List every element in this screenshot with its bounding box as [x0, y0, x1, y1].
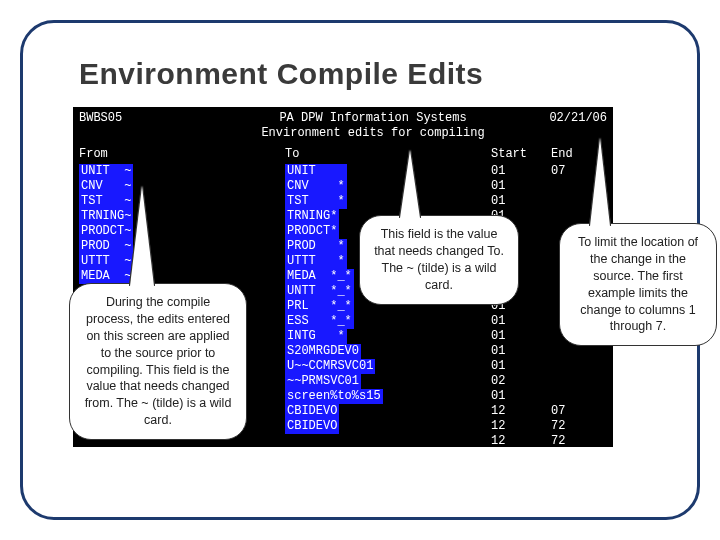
screen-subtitle: Environment edits for compiling: [229, 126, 517, 141]
callout-start-end-fields: To limit the location of the change in t…: [559, 223, 717, 346]
col-end: End: [551, 147, 595, 162]
system-title: PA DPW Information Systems: [229, 111, 517, 126]
program-id: BWBS05: [79, 111, 229, 126]
table-row: TRNING~TRNING*01: [79, 209, 607, 224]
callout-pointer: [130, 186, 154, 286]
col-start: Start: [491, 147, 551, 162]
col-from: From: [79, 147, 285, 162]
col-to: To: [285, 147, 491, 162]
callout-text: During the compile process, the edits en…: [85, 295, 232, 427]
callout-text: This field is the value that needs chang…: [374, 227, 504, 292]
column-headers: From To Start End: [79, 147, 607, 162]
table-row: UTTT ~UTTT *01: [79, 254, 607, 269]
table-row: PRODCT~PRODCT*01: [79, 224, 607, 239]
slide-frame: Environment Compile Edits BWBS05 PA DPW …: [20, 20, 700, 520]
callout-from-field: During the compile process, the edits en…: [69, 283, 247, 440]
table-row: TST ~TST *01: [79, 194, 607, 209]
callout-text: To limit the location of the change in t…: [578, 235, 698, 333]
table-row: UNIT ~UNIT 0107: [79, 164, 607, 179]
table-row: PROD ~PROD *01: [79, 239, 607, 254]
callout-pointer: [400, 150, 420, 218]
table-row: MEDA ~MEDA *_*01: [79, 269, 607, 284]
callout-pointer: [590, 138, 610, 226]
callout-to-field: This field is the value that needs chang…: [359, 215, 519, 305]
table-row: CNV ~CNV *01: [79, 179, 607, 194]
screen-date: 02/21/06: [517, 111, 607, 126]
slide-title: Environment Compile Edits: [79, 57, 483, 91]
